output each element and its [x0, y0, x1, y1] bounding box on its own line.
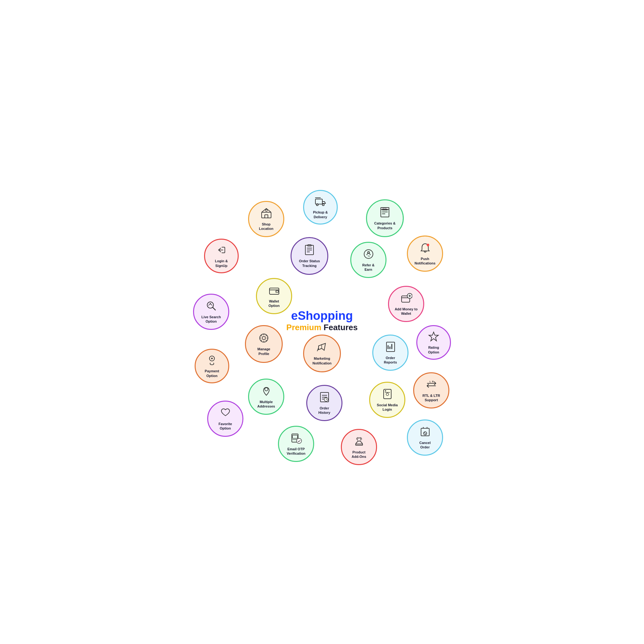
svg-point-1 [316, 204, 318, 206]
svg-point-2 [322, 204, 324, 206]
wallet-option-label: WalletOption [269, 299, 280, 308]
svg-rect-22 [269, 288, 279, 294]
live-search-option-label: Live SearchOption [202, 315, 221, 324]
bubble-marketing-notification[interactable]: MarketingNotification [303, 335, 341, 372]
bubble-social-media-login[interactable]: Social MediaLogin [369, 382, 405, 418]
product-addons-icon [353, 435, 365, 449]
svg-text:MENU: MENU [382, 208, 387, 209]
bubble-categories-products[interactable]: MENUCategories &Products [366, 199, 404, 237]
bubble-live-search-option[interactable]: Live SearchOption [193, 294, 229, 330]
order-status-tracking-icon [303, 244, 315, 258]
add-money-wallet-icon [400, 292, 412, 306]
order-status-tracking-label: Order StatusTracking [299, 259, 320, 268]
svg-point-33 [262, 336, 265, 340]
multiple-addresses-icon [260, 385, 272, 398]
svg-rect-63 [292, 435, 297, 438]
product-addons-label: ProductAdd-Ons [352, 450, 366, 459]
bubble-order-reports[interactable]: OrderReports [372, 335, 408, 371]
bubble-wallet-option[interactable]: WalletOption [256, 278, 292, 314]
social-media-login-icon [381, 388, 393, 402]
multiple-addresses-label: MultipleAddresses [257, 400, 275, 409]
bubble-add-money-wallet[interactable]: Add Money toWallet [388, 286, 424, 322]
login-signup-icon [215, 244, 227, 258]
bubble-product-addons[interactable]: ProductAdd-Ons [341, 429, 377, 465]
features-label: Features [321, 323, 358, 332]
order-reports-label: OrderReports [384, 356, 397, 365]
svg-text:%: % [368, 255, 370, 258]
svg-point-50 [386, 393, 389, 396]
wallet-option-icon [268, 284, 280, 298]
svg-point-21 [427, 244, 429, 246]
email-otp-verification-icon [290, 432, 302, 446]
push-notifications-label: PushNotifications [414, 257, 436, 266]
categories-products-icon: MENU [379, 206, 391, 220]
favorite-option-label: FavoriteOption [219, 422, 232, 431]
pickup-delivery-label: Pickup &Delivery [313, 210, 328, 219]
center-title: eShopping Premium Features [286, 309, 358, 332]
svg-line-61 [424, 432, 426, 434]
bubble-multiple-addresses[interactable]: MultipleAddresses [248, 379, 284, 415]
cancel-order-icon [419, 426, 431, 439]
bubble-order-status-tracking[interactable]: Order StatusTracking [291, 237, 328, 275]
marketing-notification-label: MarketingNotification [313, 356, 332, 365]
add-money-wallet-label: Add Money toWallet [395, 307, 418, 316]
payment-option-icon [206, 354, 218, 368]
svg-point-11 [265, 209, 267, 211]
svg-text:L: L [430, 380, 431, 383]
payment-option-label: PaymentOption [205, 369, 219, 378]
live-search-option-icon [205, 300, 217, 314]
shop-location-label: ShopLocation [259, 222, 274, 231]
bubble-cancel-order[interactable]: CancelOrder [407, 419, 443, 456]
rating-option-icon [428, 330, 440, 344]
order-reports-icon [385, 341, 397, 354]
order-history-label: OrderHistory [319, 406, 330, 415]
refer-earn-label: Refer &Earn [362, 263, 375, 272]
svg-rect-0 [315, 199, 322, 204]
bubble-pickup-delivery[interactable]: Pickup &Delivery [303, 190, 338, 225]
bubble-email-otp-verification[interactable]: Email OTPVerification [278, 426, 314, 462]
bubble-favorite-option[interactable]: FavoriteOption [207, 401, 243, 437]
categories-products-label: Categories &Products [374, 221, 396, 230]
manage-profile-icon [258, 332, 270, 346]
bubble-manage-profile[interactable]: ManageProfile [245, 325, 283, 363]
svg-point-24 [276, 291, 277, 292]
cancel-order-label: CancelOrder [419, 441, 430, 450]
bubble-login-signup[interactable]: Login &SignUp [204, 239, 239, 273]
push-notifications-icon [419, 242, 431, 255]
email-otp-verification-label: Email OTPVerification [287, 447, 305, 456]
bubble-order-history[interactable]: OrderHistory [306, 385, 342, 421]
feature-map: eShopping Premium Features Pickup &Deliv… [180, 180, 464, 464]
svg-rect-66 [356, 444, 363, 445]
svg-line-30 [213, 307, 215, 310]
manage-profile-label: ManageProfile [258, 347, 270, 356]
rtl-ltr-support-label: RTL & LTRSupport [423, 393, 440, 403]
favorite-option-icon [219, 407, 231, 420]
order-history-icon [319, 391, 330, 405]
bubble-payment-option[interactable]: PaymentOption [195, 349, 229, 383]
refer-earn-icon: % [363, 248, 375, 262]
social-media-login-label: Social MediaLogin [377, 403, 398, 412]
marketing-notification-icon [316, 341, 328, 355]
brand-name: eShopping [286, 309, 358, 323]
svg-rect-48 [384, 389, 391, 399]
svg-marker-34 [429, 332, 438, 341]
bubble-push-notifications[interactable]: PushNotifications [407, 236, 443, 272]
bubble-rating-option[interactable]: RatingOption [416, 325, 451, 360]
shop-location-icon [260, 207, 272, 221]
rating-option-label: RatingOption [428, 345, 439, 354]
bubble-rtl-ltr-support[interactable]: LRRTL & LTRSupport [413, 372, 449, 408]
bubble-refer-earn[interactable]: %Refer &Earn [350, 242, 386, 278]
login-signup-label: Login &SignUp [215, 259, 228, 268]
rtl-ltr-support-icon: LR [425, 379, 437, 392]
svg-text:R: R [432, 380, 434, 383]
svg-point-31 [210, 303, 211, 304]
svg-point-65 [297, 438, 302, 443]
svg-point-43 [265, 388, 268, 391]
pickup-delivery-icon [314, 195, 326, 209]
svg-point-19 [368, 252, 369, 253]
svg-rect-10 [265, 215, 268, 218]
svg-point-51 [385, 390, 386, 391]
bubble-shop-location[interactable]: ShopLocation [248, 201, 284, 237]
premium-label: Premium [286, 323, 321, 332]
